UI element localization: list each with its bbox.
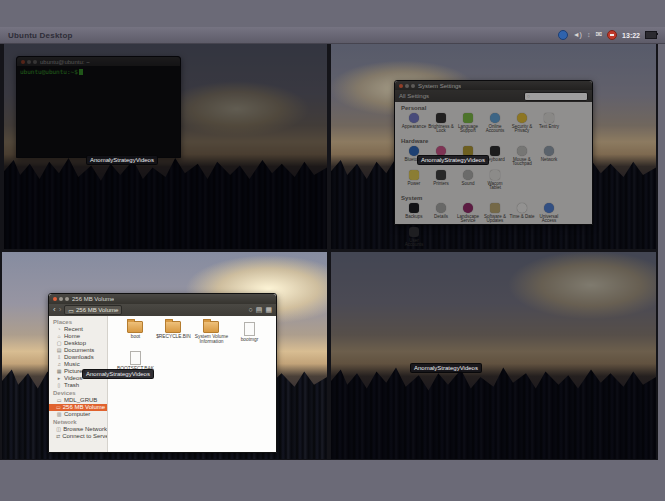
drive-icon: ▭ [68, 307, 74, 314]
sidebar-item-recent[interactable]: ◔Recent [49, 326, 107, 333]
sidebar-item-browse-network[interactable]: ◫Browse Network [49, 426, 107, 433]
file-icon [244, 322, 255, 336]
file-item-bootmgr[interactable]: bootmgr [230, 321, 268, 346]
desktop-icon: ▢ [56, 340, 62, 347]
sidebar-item-music[interactable]: ♫Music [49, 361, 107, 368]
volume-icon[interactable]: ◄) [573, 31, 582, 39]
workspace-dim-overlay [331, 252, 656, 459]
clock[interactable]: 13:22 [622, 32, 640, 39]
location-label: 256 MB Volume [76, 307, 118, 313]
trash-icon: ▯ [56, 382, 62, 389]
sidebar-item-documents[interactable]: ▤Documents [49, 347, 107, 354]
sidebar-item-downloads[interactable]: ⇩Downloads [49, 354, 107, 361]
view-grid-icon[interactable]: ▦ [265, 306, 272, 314]
network-icon[interactable]: ↕ [587, 31, 591, 39]
drive-icon: ▭ [56, 404, 61, 411]
window-buttons[interactable] [53, 297, 69, 301]
desktop-icon-label[interactable]: AnomalyStrategyVideos [410, 363, 482, 373]
sidebar-item-trash[interactable]: ▯Trash [49, 382, 107, 389]
workspace-4[interactable]: AnomalyStrategyVideos [331, 252, 656, 459]
documents-icon: ▤ [56, 347, 62, 354]
location-button[interactable]: ▭ 256 MB Volume [64, 305, 122, 315]
file-item-recycle-bin[interactable]: $RECYCLE.BIN [154, 321, 192, 346]
minimize-icon[interactable] [59, 297, 63, 301]
file-manager-toolbar: ‹ › ▭ 256 MB Volume ○ ▤ ▦ [49, 304, 276, 316]
forward-icon[interactable]: › [59, 305, 62, 315]
view-list-icon[interactable]: ▤ [256, 306, 263, 314]
panel-app-title: Ubuntu Desktop [0, 31, 73, 40]
sidebar-item-device-mdl-grub[interactable]: ▭MDL_GRUB [49, 397, 107, 404]
messaging-menu-icon[interactable]: ✉ [595, 31, 602, 39]
maximize-icon[interactable] [65, 297, 69, 301]
desktop-icon-label[interactable]: AnomalyStrategyVideos [86, 155, 158, 165]
workspace-dim-overlay [4, 43, 327, 249]
workspace-3-active[interactable]: 256 MB Volume ‹ › ▭ 256 MB Volume ○ ▤ ▦ … [2, 252, 327, 459]
connect-server-icon: ⇄ [56, 433, 60, 440]
file-item-system-volume-information[interactable]: System Volume Information [192, 321, 230, 346]
network-header: Network [49, 418, 107, 426]
sidebar-item-computer[interactable]: ▥Computer [49, 411, 107, 418]
back-icon[interactable]: ‹ [53, 305, 56, 315]
sidebar-item-device-256mb-volume[interactable]: ▭256 MB Volume▲ [49, 404, 107, 411]
folder-icon [203, 321, 219, 333]
sidebar-item-connect-to-server[interactable]: ⇄Connect to Server [49, 433, 107, 440]
sidebar-item-home[interactable]: ⌂Home [49, 333, 107, 340]
devices-header: Devices [49, 389, 107, 397]
browse-network-icon: ◫ [56, 426, 61, 433]
file-manager-titlebar[interactable]: 256 MB Volume [49, 294, 276, 304]
workspace-2[interactable]: System Settings All Settings ○ Personal … [331, 43, 656, 249]
places-header: Places [49, 318, 107, 326]
workspace-switcher-grid: ubuntu@ubuntu: ~ ubuntu@ubuntu:~$ Anomal… [0, 43, 658, 460]
workspace-1[interactable]: ubuntu@ubuntu: ~ ubuntu@ubuntu:~$ Anomal… [4, 43, 327, 249]
folder-icon [127, 321, 143, 333]
desktop-icon-label[interactable]: AnomalyStrategyVideos [82, 369, 154, 379]
toolbar-right: ○ ▤ ▦ [249, 306, 272, 314]
file-item-boot[interactable]: boot [116, 321, 154, 346]
file-list: boot $RECYCLE.BIN System Volume Informat… [108, 316, 276, 452]
battery-icon[interactable] [645, 31, 657, 39]
file-icon [130, 351, 141, 365]
music-icon: ♫ [56, 361, 62, 368]
computer-icon: ▥ [56, 411, 62, 418]
sound-muted-icon[interactable] [607, 30, 617, 40]
videos-icon: ▸ [56, 375, 62, 382]
drive-icon: ▭ [56, 397, 62, 404]
home-icon: ⌂ [56, 333, 62, 340]
top-panel: Ubuntu Desktop ◄) ↕ ✉ 13:22 [0, 27, 665, 44]
bluetooth-icon[interactable] [558, 30, 568, 40]
recent-icon: ◔ [56, 326, 62, 333]
workspace-dim-overlay [331, 43, 656, 249]
search-icon[interactable]: ○ [249, 306, 253, 314]
pictures-icon: ▦ [56, 368, 62, 375]
system-tray: ◄) ↕ ✉ 13:22 [558, 30, 665, 40]
folder-icon [165, 321, 181, 333]
file-manager-body: Places ◔Recent ⌂Home ▢Desktop ▤Documents… [49, 316, 276, 452]
downloads-icon: ⇩ [56, 354, 62, 361]
close-icon[interactable] [53, 297, 57, 301]
places-sidebar: Places ◔Recent ⌂Home ▢Desktop ▤Documents… [49, 316, 108, 452]
file-manager-title: 256 MB Volume [72, 296, 114, 302]
sidebar-item-desktop[interactable]: ▢Desktop [49, 340, 107, 347]
desktop-icon-label[interactable]: AnomalyStrategyVideos [417, 155, 489, 165]
